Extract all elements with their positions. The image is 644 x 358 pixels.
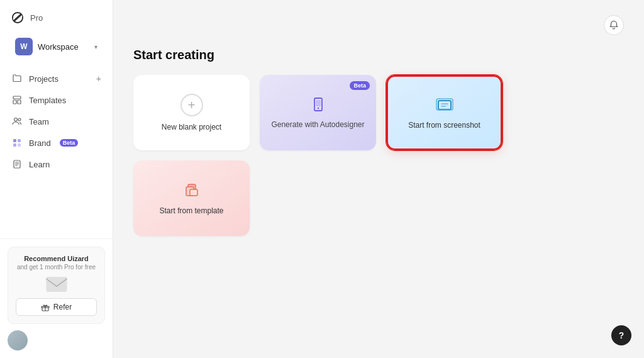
svg-rect-6 [18,139,21,142]
main-content: Start creating + New blank project Beta … [113,0,644,358]
main-header [133,15,624,35]
cards-grid: + New blank project Beta Generate with A… [133,75,624,236]
svg-rect-20 [190,189,197,196]
recommend-subtitle: and get 1 month Pro for free [16,264,97,271]
autodesigner-icon [309,96,327,114]
svg-rect-0 [13,96,21,99]
card-template-label: Start from template [159,206,223,215]
beta-badge: Beta [350,81,370,90]
svg-rect-7 [13,143,16,147]
card-screenshot-label: Start from screenshot [408,121,480,130]
card-blank-project[interactable]: + New blank project [133,75,250,150]
sidebar-item-templates[interactable]: Templates [5,89,108,111]
section-title: Start creating [133,48,624,62]
projects-icon [11,73,23,84]
user-avatar[interactable] [8,330,28,350]
brand-icon [11,137,23,148]
svg-rect-10 [46,277,67,292]
sidebar-bottom: Recommend Uizard and get 1 month Pro for… [0,238,113,358]
svg-point-4 [18,118,21,121]
sidebar-item-projects[interactable]: Projects + [5,68,108,89]
svg-rect-13 [316,100,321,106]
brand-label: Brand [29,138,51,148]
screenshot-icon [435,96,454,115]
svg-rect-2 [18,100,21,104]
templates-icon [11,94,23,106]
sidebar-nav: Projects + Templates [0,65,113,238]
recommend-title: Recommend Uizard [16,255,97,262]
recommend-card: Recommend Uizard and get 1 month Pro for… [8,247,105,324]
chevron-down-icon: ▾ [94,43,97,50]
card-screenshot[interactable]: Start from screenshot [386,75,502,150]
workspace-avatar: W [15,38,33,55]
card-auto-label: Generate with Autodesigner [271,120,364,129]
svg-point-14 [317,108,318,109]
card-autodesigner[interactable]: Beta Generate with Autodesigner [260,75,376,150]
help-button[interactable]: ? [611,325,631,345]
sidebar-logo: Pro [0,0,113,33]
learn-icon [11,159,23,170]
workspace-selector[interactable]: W Workspace ▾ [5,33,108,60]
card-template[interactable]: Start from template [133,160,250,236]
svg-rect-1 [13,100,16,104]
svg-rect-5 [13,139,16,142]
projects-label: Projects [29,74,58,84]
bell-icon [609,20,619,30]
envelope-icon [45,276,68,293]
svg-rect-8 [18,143,21,147]
sidebar-item-team[interactable]: Team [5,111,108,132]
projects-add-icon[interactable]: + [96,74,101,84]
workspace-name: Workspace [38,42,89,52]
sidebar: Pro W Workspace ▾ Projects + [0,0,113,358]
sidebar-item-brand[interactable]: Brand Beta [5,132,108,154]
app-plan-label: Pro [30,13,43,23]
plus-icon: + [180,94,203,116]
svg-point-3 [14,118,18,121]
notification-button[interactable] [604,15,624,35]
template-icon [182,181,201,200]
svg-rect-17 [441,104,448,106]
refer-button[interactable]: Refer [16,298,97,316]
templates-label: Templates [29,96,66,105]
gift-icon [41,303,50,311]
brand-beta-badge: Beta [60,139,79,147]
card-blank-label: New blank project [162,123,221,131]
team-label: Team [29,117,49,126]
sidebar-item-learn[interactable]: Learn [5,154,108,175]
uizard-logo-icon [10,10,25,25]
learn-label: Learn [29,160,50,169]
team-icon [11,116,23,127]
